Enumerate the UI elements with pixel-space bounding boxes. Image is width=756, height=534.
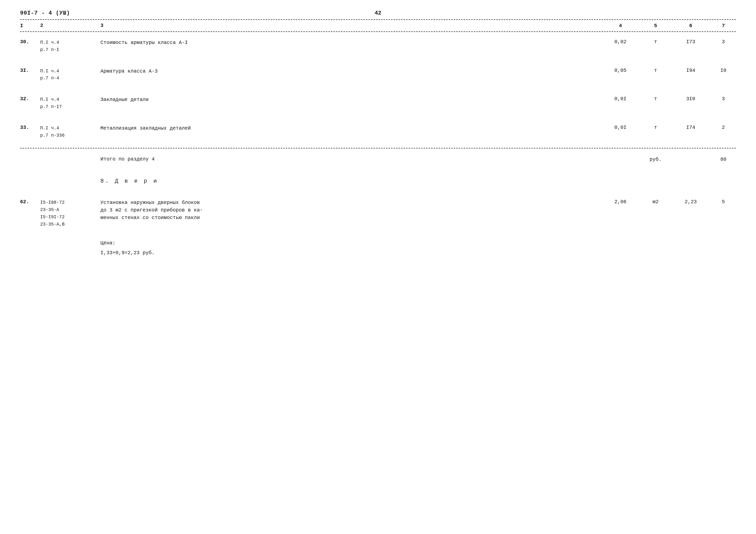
row-ref: П.I ч.4 р.7 п-I7 bbox=[40, 96, 100, 110]
row-desc: Стоимость арматуры класса А-I bbox=[100, 39, 600, 46]
row62-unit: м2 bbox=[640, 199, 671, 205]
row62-desc: Установка наружных дверных блоков до 3 м… bbox=[100, 199, 600, 221]
price-label: Цена: bbox=[20, 235, 736, 248]
row-total: 3 bbox=[711, 39, 736, 45]
row-price: I74 bbox=[671, 125, 711, 130]
itogo-row: Итого по разделу 4 руб. 80 bbox=[20, 151, 736, 168]
table-row-62: 62. I5-I88-72 23-35-А I5-I9I-72 23-35-А,… bbox=[20, 192, 736, 235]
itogo-total: 80 bbox=[711, 156, 736, 162]
row-num: 3I. bbox=[20, 68, 40, 73]
header-left: 90I-7 - 4 (УШ) bbox=[20, 10, 70, 16]
row62-qty: 2,06 bbox=[600, 199, 640, 205]
col-header-4: 4 bbox=[600, 23, 640, 29]
col-header-1: I bbox=[20, 23, 40, 29]
table-row-3: 33. П.I ч.4 р.7 п-336 Металлизация закла… bbox=[20, 118, 736, 146]
col-header-6: 6 bbox=[671, 23, 711, 29]
section-title: 8. Д в е р и bbox=[20, 168, 736, 192]
row62-price: 2,23 bbox=[671, 199, 711, 205]
row-qty: 0,05 bbox=[600, 68, 640, 73]
row-desc: Металлизация закладных деталей bbox=[100, 125, 600, 132]
col-header-5: 5 bbox=[640, 23, 671, 29]
row-qty: 0,0I bbox=[600, 96, 640, 102]
row-qty: 0,0I bbox=[600, 125, 640, 130]
row-price: I73 bbox=[671, 39, 711, 45]
itogo-label: Итого по разделу 4 bbox=[100, 155, 600, 163]
col-header-7: 7 bbox=[711, 23, 736, 29]
row-total: I0 bbox=[711, 68, 736, 73]
row-num: 32. bbox=[20, 96, 40, 102]
price-formula: I,33+0,9=2,23 руб. bbox=[20, 248, 736, 258]
row-desc: Закладные детали bbox=[100, 96, 600, 103]
row-total: 2 bbox=[711, 125, 736, 130]
row-desc: Арматура класса А-3 bbox=[100, 68, 600, 75]
header-center: 42 bbox=[375, 10, 381, 16]
table-row-0: 30. П.I ч.4 р.7 п-I Стоимость арматуры к… bbox=[20, 32, 736, 61]
col-header-3: 3 bbox=[100, 22, 600, 29]
row62-total: 5 bbox=[711, 199, 736, 205]
row-ref: П.I ч.4 р.7 п-336 bbox=[40, 125, 100, 139]
row-num: 33. bbox=[20, 125, 40, 130]
row-unit: т bbox=[640, 39, 671, 45]
row-total: 3 bbox=[711, 96, 736, 102]
row-price: I94 bbox=[671, 68, 711, 73]
col-header-2: 2 bbox=[40, 22, 100, 29]
row-unit: т bbox=[640, 96, 671, 102]
row-price: 3I0 bbox=[671, 96, 711, 102]
table-row-1: 3I. П.I ч.4 р.7 п-4 Арматура класса А-3 … bbox=[20, 61, 736, 89]
row-ref: П.I ч.4 р.7 п-4 bbox=[40, 68, 100, 82]
table-row-2: 32. П.I ч.4 р.7 п-I7 Закладные детали 0,… bbox=[20, 89, 736, 118]
row-num: 30. bbox=[20, 39, 40, 45]
itogo-unit: руб. bbox=[640, 156, 671, 162]
row-unit: т bbox=[640, 68, 671, 73]
row-unit: т bbox=[640, 125, 671, 130]
row62-ref: I5-I88-72 23-35-А I5-I9I-72 23-35-А,В bbox=[40, 199, 100, 228]
row62-num: 62. bbox=[20, 199, 40, 205]
row-qty: 0,02 bbox=[600, 39, 640, 45]
row-ref: П.I ч.4 р.7 п-I bbox=[40, 39, 100, 53]
